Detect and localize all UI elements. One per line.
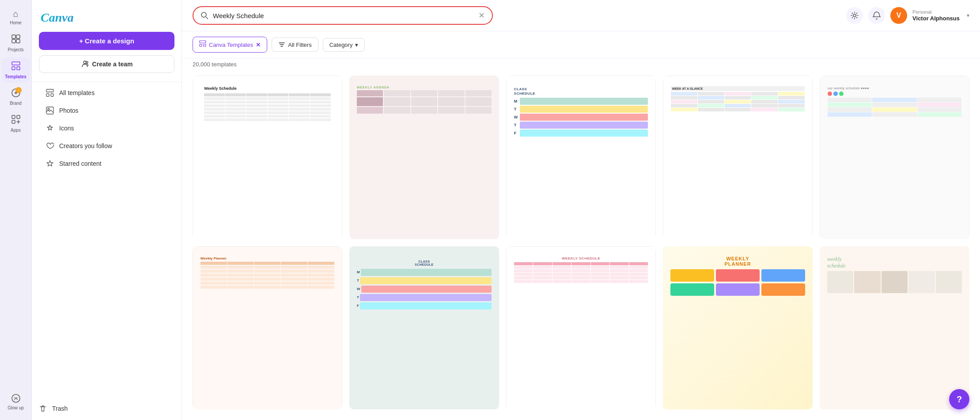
rail-item-apps[interactable]: Apps bbox=[2, 111, 30, 136]
svg-rect-3 bbox=[16, 39, 20, 43]
starred-icon bbox=[46, 160, 54, 168]
rail-label-brand: Brand bbox=[10, 101, 22, 106]
search-input[interactable] bbox=[213, 12, 474, 19]
icon-rail: ⌂ Home Projects Templates ! Brand Apps bbox=[0, 0, 32, 420]
search-clear-button[interactable]: ✕ bbox=[478, 11, 485, 20]
rail-item-home[interactable]: ⌂ Home bbox=[2, 5, 30, 29]
nav-item-photos[interactable]: Photos bbox=[35, 102, 178, 119]
glow-up-label: Glow up bbox=[8, 405, 24, 410]
sidebar-divider-1 bbox=[32, 82, 182, 82]
templates-grid: Weekly Schedule 👑 S bbox=[182, 70, 980, 420]
all-templates-icon bbox=[46, 89, 54, 97]
main-content: ✕ V Personal Victor Alphonsus ▾ Canva Te… bbox=[182, 0, 980, 420]
main-header: ✕ V Personal Victor Alphonsus ▾ bbox=[182, 0, 980, 31]
svg-point-15 bbox=[83, 61, 86, 64]
svg-rect-18 bbox=[46, 94, 49, 96]
category-button[interactable]: Category ▾ bbox=[323, 38, 365, 52]
filter-bar: Canva Templates ✕ All Filters Category ▾ bbox=[182, 31, 980, 58]
trash-label: Trash bbox=[52, 405, 68, 412]
settings-button[interactable] bbox=[846, 7, 863, 24]
template-card-weekly-planner-yellow[interactable]: WEEKLYPLANNER Weekly Planner bbox=[663, 246, 813, 410]
bell-icon bbox=[872, 11, 881, 20]
rail-item-brand[interactable]: ! Brand bbox=[2, 84, 30, 109]
nav-item-creators[interactable]: Creators you follow bbox=[35, 137, 178, 154]
svg-point-23 bbox=[853, 14, 856, 17]
svg-point-14 bbox=[16, 397, 17, 398]
template-preview-1: Weekly Schedule 👑 bbox=[193, 76, 342, 239]
template-card-class-schedule[interactable]: CLASSSCHEDULE M T W bbox=[506, 76, 656, 239]
nav-item-trash[interactable]: Trash bbox=[35, 401, 178, 412]
template-thumb-4: WEEK AT A GLANCE 👑 bbox=[663, 76, 813, 239]
nav-item-icons[interactable]: Icons bbox=[35, 120, 178, 137]
template-card-weekly-script[interactable]: weeklyschedule Weekly schedule bbox=[820, 246, 969, 410]
home-icon: ⌂ bbox=[13, 9, 18, 19]
template-card-colorful-simple[interactable]: WEEKLY AGENDA 👑 C bbox=[349, 76, 499, 239]
svg-rect-26 bbox=[204, 44, 206, 46]
canva-templates-chip[interactable]: Canva Templates ✕ bbox=[193, 37, 267, 53]
filters-icon bbox=[278, 41, 285, 48]
canva-logo: Canva bbox=[32, 7, 182, 32]
apps-icon bbox=[11, 115, 21, 126]
template-preview-7: CLASS SCHEDULE M T W T F 👑 bbox=[349, 246, 499, 410]
category-label: Category bbox=[329, 42, 353, 48]
creators-icon bbox=[46, 142, 54, 150]
brand-badge: ! bbox=[15, 87, 22, 93]
rail-item-templates[interactable]: Templates bbox=[2, 57, 30, 83]
nav-item-all-templates[interactable]: All templates bbox=[35, 84, 178, 101]
glow-up-item[interactable]: Glow up bbox=[5, 390, 26, 414]
all-templates-label: All templates bbox=[59, 89, 95, 96]
template-thumb-2: WEEKLY AGENDA 👑 bbox=[349, 76, 499, 239]
template-card-pastel[interactable]: CLASS SCHEDULE M T W T F 👑 bbox=[349, 246, 499, 410]
svg-point-12 bbox=[12, 394, 20, 402]
starred-label: Starred content bbox=[59, 160, 102, 167]
template-card-our-weekly[interactable]: our weekly schedule ●●●● bbox=[820, 76, 969, 239]
canva-templates-chip-close[interactable]: ✕ bbox=[256, 42, 261, 48]
template-thumb-3: CLASSSCHEDULE M T W bbox=[506, 76, 656, 239]
rail-item-projects[interactable]: Projects bbox=[2, 31, 30, 56]
rail-label-apps: Apps bbox=[11, 128, 21, 133]
template-preview-4: WEEK AT A GLANCE 👑 bbox=[663, 76, 813, 239]
glow-up-icon bbox=[11, 393, 21, 404]
canva-templates-chip-icon bbox=[199, 40, 206, 49]
template-preview-2: WEEKLY AGENDA 👑 bbox=[349, 76, 499, 239]
template-card-weekly-planner[interactable]: Weekly Planner Weekly Plann bbox=[193, 246, 342, 410]
canva-templates-chip-label: Canva Templates bbox=[209, 42, 253, 48]
svg-rect-17 bbox=[46, 89, 53, 92]
photos-icon bbox=[46, 107, 54, 115]
projects-icon bbox=[11, 34, 21, 46]
notifications-button[interactable] bbox=[868, 7, 885, 24]
create-design-button[interactable]: + Create a design bbox=[39, 32, 174, 50]
search-box: ✕ bbox=[193, 6, 493, 25]
svg-point-13 bbox=[14, 397, 15, 398]
user-avatar[interactable]: V bbox=[890, 7, 907, 24]
brand-icon-wrap: ! bbox=[11, 88, 21, 99]
template-thumb-10: weeklyschedule bbox=[820, 246, 969, 410]
template-card-weekly-schedule-pink[interactable]: WEEKLY SCHEDULE 👑 Weekly Sched. bbox=[506, 246, 656, 410]
template-thumb-8: WEEKLY SCHEDULE 👑 bbox=[506, 246, 656, 410]
svg-rect-25 bbox=[200, 44, 202, 46]
template-thumb-6: Weekly Planner bbox=[193, 246, 342, 410]
template-card-week-glance[interactable]: WEEK AT A GLANCE 👑 C bbox=[663, 76, 813, 239]
template-card-minimal-weekly[interactable]: Weekly Schedule 👑 S bbox=[193, 76, 342, 239]
create-team-button[interactable]: Create a team bbox=[39, 55, 174, 73]
team-icon bbox=[81, 60, 89, 68]
svg-rect-4 bbox=[12, 62, 20, 65]
category-caret-icon: ▾ bbox=[355, 42, 358, 48]
template-thumb-1: Weekly Schedule 👑 bbox=[193, 76, 342, 239]
svg-rect-8 bbox=[17, 115, 20, 118]
template-preview-6: Weekly Planner bbox=[193, 246, 342, 410]
svg-rect-19 bbox=[51, 94, 53, 96]
svg-rect-2 bbox=[12, 39, 15, 43]
svg-rect-5 bbox=[12, 67, 15, 70]
template-thumb-5: our weekly schedule ●●●● bbox=[820, 76, 969, 239]
settings-icon bbox=[850, 11, 859, 20]
user-caret-icon[interactable]: ▾ bbox=[967, 12, 969, 19]
sidebar-panel: Canva + Create a design Create a team Al… bbox=[32, 0, 182, 420]
user-info[interactable]: Personal Victor Alphonsus bbox=[912, 9, 960, 22]
nav-item-starred[interactable]: Starred content bbox=[35, 155, 178, 172]
svg-rect-7 bbox=[12, 115, 15, 118]
help-button[interactable]: ? bbox=[949, 389, 969, 409]
creators-label: Creators you follow bbox=[59, 142, 112, 149]
header-icons: V Personal Victor Alphonsus ▾ bbox=[846, 7, 969, 24]
all-filters-button[interactable]: All Filters bbox=[272, 38, 318, 52]
